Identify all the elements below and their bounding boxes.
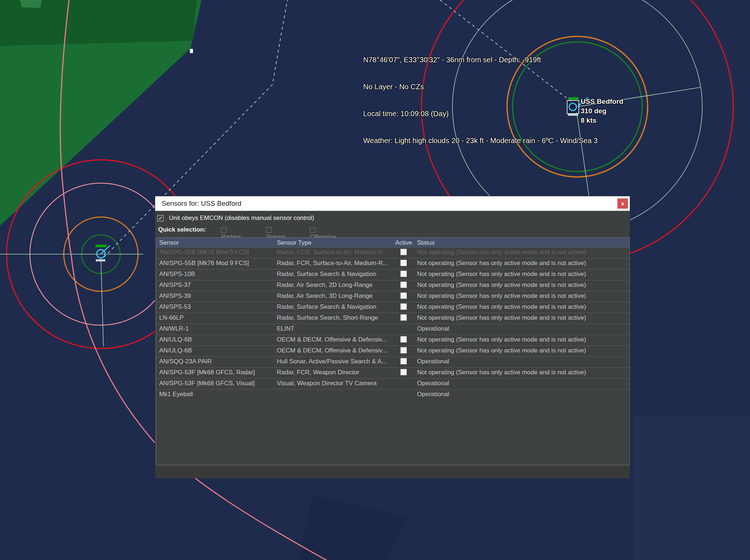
ship-icon: [569, 103, 577, 111]
sensor-row[interactable]: AN/ULQ-6BOECM & DECM, Offensive & Defens…: [156, 335, 629, 345]
info-line-layer: No Layer - No CZs: [363, 83, 424, 91]
dialog-title: Sensors for: USS Bedford: [162, 200, 242, 208]
sensor-row[interactable]: AN/SPG-55B [Mk76 Mod 9 FCS]Radar, FCR, S…: [156, 247, 629, 257]
unit-speed: 8 kts: [581, 117, 596, 124]
sensor-type: Radar, FCR, Surface-to-Air, Medium-R...: [277, 249, 388, 256]
sensor-row[interactable]: AN/WLR-1ELINTOperational: [156, 324, 629, 334]
sensor-type: ELINT: [277, 325, 294, 332]
sensor-status: Not operating (Sensor has only active mo…: [417, 271, 586, 278]
emcon-checkbox[interactable]: ✓: [157, 215, 164, 221]
sensors-dialog: Sensors for: USS Bedford x ✓ Unit obeys …: [155, 196, 630, 478]
active-checkbox[interactable]: [400, 336, 407, 343]
sensor-row[interactable]: AN/SPS-37Radar, Air Search, 2D Long-Rang…: [156, 280, 629, 290]
unit-label-uss-bedford: USS Bedford 310 deg 8 kts: [581, 97, 623, 125]
dialog-footer: [155, 465, 630, 478]
sensor-name: LN-66LP: [159, 314, 184, 322]
active-checkbox[interactable]: [400, 260, 407, 266]
sensor-row[interactable]: AN/SPS-10BRadar, Surface Search & Naviga…: [156, 269, 629, 279]
sensor-status: Operational: [417, 325, 449, 332]
sensor-name: AN/SPG-55B [Mk76 Mod 9 FCS]: [159, 260, 249, 267]
sensor-name: AN/SPS-37: [159, 281, 191, 289]
emcon-row: ✓ Unit obeys EMCON (disables manual sens…: [157, 214, 314, 222]
sensor-name: AN/SPS-39: [159, 292, 191, 300]
sensor-type: Radar, Surface Search & Navigation: [277, 271, 376, 278]
map-contact-marker[interactable]: [190, 49, 193, 53]
sensor-status: Operational: [417, 380, 449, 387]
active-checkbox[interactable]: [400, 303, 407, 310]
sensor-row[interactable]: AN/SPS-53Radar, Surface Search & Navigat…: [156, 302, 629, 312]
active-checkbox[interactable]: [400, 292, 407, 299]
sensor-row[interactable]: AN/SQQ-23A PAIRHull Sonar, Active/Passiv…: [156, 356, 629, 367]
active-checkbox[interactable]: [400, 347, 407, 354]
sensor-type: Radar, Air Search, 3D Long-Range: [277, 292, 373, 300]
sensor-status: Not operating (Sensor has only active mo…: [417, 336, 586, 343]
sensor-name: AN/SQQ-23A PAIR: [159, 358, 212, 365]
sensor-row[interactable]: AN/ULQ-6BOECM & DECM, Offensive & Defens…: [156, 346, 629, 356]
bathymetry-patch: [634, 415, 750, 560]
sensor-name: Mk1 Eyeball: [159, 391, 193, 398]
column-header-status: Status: [417, 239, 435, 247]
sensor-status: Not operating (Sensor has only active mo…: [417, 303, 586, 311]
sensor-type: Hull Sonar, Active/Passive Search & A...: [277, 358, 386, 365]
landmass-patch: [20, 0, 42, 8]
column-header-sensor: Sensor: [159, 239, 179, 247]
offensive-ecm-checkbox[interactable]: [310, 227, 315, 233]
info-line-weather: Weather: Light high clouds 20 - 23k ft -…: [363, 137, 598, 145]
sensor-status: Not operating (Sensor has only active mo…: [417, 347, 586, 354]
sensors-table-header[interactable]: Sensor Sensor Type Active Status: [156, 238, 629, 247]
sensor-name: AN/SPG-55B [Mk76 Mod 9 FCS]: [159, 249, 249, 256]
sensor-row[interactable]: AN/SPG-53F [Mk68 GFCS, Visual]Visual, We…: [156, 378, 629, 389]
bathymetry-patch: [299, 495, 408, 560]
sensor-type: Radar, Surface Search & Navigation: [277, 303, 376, 311]
active-checkbox[interactable]: [400, 281, 407, 288]
radars-checkbox[interactable]: [221, 227, 227, 233]
left-unit-health-bar: [95, 245, 106, 247]
sensors-listbox: Sensor Sensor Type Active Status AN/SPG-…: [156, 237, 630, 465]
sensor-name: AN/SPS-10B: [159, 271, 195, 278]
quick-selection-row: Quick selection: Radars Sonars Offensive…: [158, 226, 206, 233]
sonars-checkbox[interactable]: [266, 227, 272, 233]
active-checkbox[interactable]: [400, 369, 407, 375]
sensor-type: Radar, FCR, Weapon Director: [277, 369, 359, 376]
active-checkbox[interactable]: [400, 358, 407, 364]
sensor-status: Not operating (Sensor has only active mo…: [417, 314, 586, 322]
sensor-status: Not operating (Sensor has only active mo…: [417, 369, 586, 376]
left-unit-symbol[interactable]: [96, 249, 106, 259]
sensor-status: Operational: [417, 391, 449, 398]
sensor-name: AN/ULQ-6B: [159, 347, 192, 354]
sensor-row[interactable]: AN/SPS-39Radar, Air Search, 3D Long-Rang…: [156, 291, 629, 301]
sensor-type: OECM & DECM, Offensive & Defensiv...: [277, 347, 387, 354]
sensors-table-body: AN/SPG-55B [Mk76 Mod 9 FCS]Radar, FCR, S…: [156, 247, 629, 400]
sensor-status: Not operating (Sensor has only active mo…: [417, 249, 586, 256]
column-header-sensor-type: Sensor Type: [277, 239, 311, 247]
active-checkbox[interactable]: [400, 249, 407, 255]
bedford-health-bar: [568, 97, 578, 100]
emcon-label: Unit obeys EMCON (disables manual sensor…: [169, 214, 314, 221]
unit-heading: 310 deg: [581, 107, 606, 115]
quick-selection-label: Quick selection:: [158, 226, 206, 233]
map-screen: N78°46'07", E33°30'32" - 36nm from sel -…: [0, 0, 750, 560]
sensor-name: AN/ULQ-6B: [159, 336, 192, 343]
info-line-coords: N78°46'07", E33°30'32" - 36nm from sel -…: [363, 56, 541, 64]
sensor-row[interactable]: LN-66LPRadar, Surface Search, Short-Rang…: [156, 313, 629, 323]
sensor-status: Not operating (Sensor has only active mo…: [417, 281, 586, 289]
sensor-status: Not operating (Sensor has only active mo…: [417, 292, 586, 300]
column-header-active: Active: [395, 239, 412, 247]
sensor-status: Operational: [417, 358, 449, 365]
active-checkbox[interactable]: [400, 314, 407, 321]
sensor-row[interactable]: Mk1 EyeballOperational: [156, 389, 629, 399]
sensor-type: Radar, Surface Search, Short-Range: [277, 314, 378, 322]
sensor-type: Visual, Weapon Director TV Camera: [277, 380, 377, 387]
dialog-titlebar[interactable]: Sensors for: USS Bedford x: [155, 196, 630, 211]
sensor-type: OECM & DECM, Offensive & Defensiv...: [277, 336, 387, 343]
info-line-time: Local time: 10:09:08 (Day): [363, 110, 449, 118]
sensor-type: Radar, Air Search, 2D Long-Range: [277, 281, 373, 289]
sensor-row[interactable]: AN/SPG-53F [Mk68 GFCS, Radar]Radar, FCR,…: [156, 367, 629, 378]
bedford-unit-symbol[interactable]: [567, 100, 579, 114]
close-button[interactable]: x: [617, 198, 628, 209]
sensor-row[interactable]: AN/SPG-55B [Mk76 Mod 9 FCS]Radar, FCR, S…: [156, 258, 629, 268]
sensor-name: AN/WLR-1: [159, 325, 189, 332]
bedford-status-bar: [568, 114, 578, 116]
active-checkbox[interactable]: [400, 271, 407, 277]
sensor-name: AN/SPG-53F [Mk68 GFCS, Radar]: [159, 369, 255, 376]
